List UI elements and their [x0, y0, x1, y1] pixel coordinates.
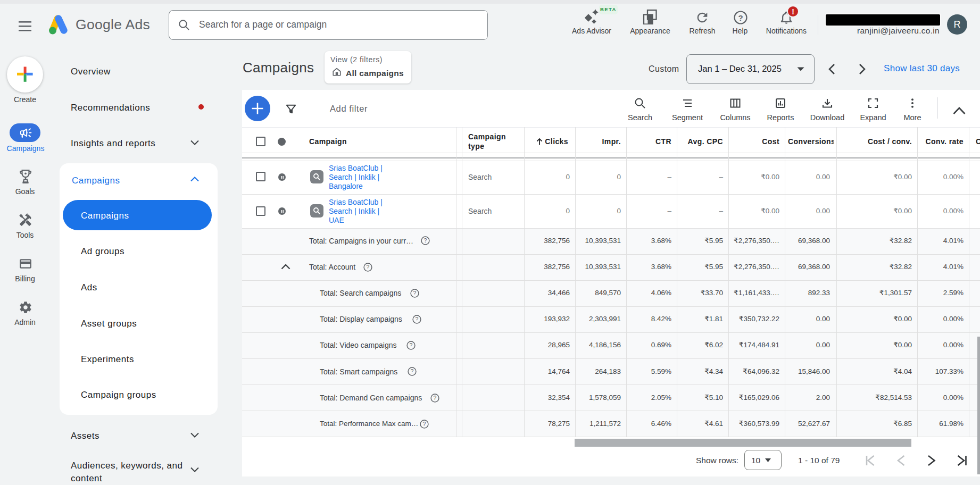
svg-text:?: ?	[413, 290, 417, 296]
svg-text:?: ?	[416, 316, 419, 322]
svg-text:?: ?	[424, 237, 427, 244]
svg-text:?: ?	[367, 264, 370, 270]
svg-text:?: ?	[434, 395, 437, 401]
svg-text:?: ?	[411, 368, 414, 374]
svg-text:?: ?	[738, 13, 743, 22]
svg-text:?: ?	[410, 342, 413, 348]
svg-text:?: ?	[423, 421, 426, 427]
